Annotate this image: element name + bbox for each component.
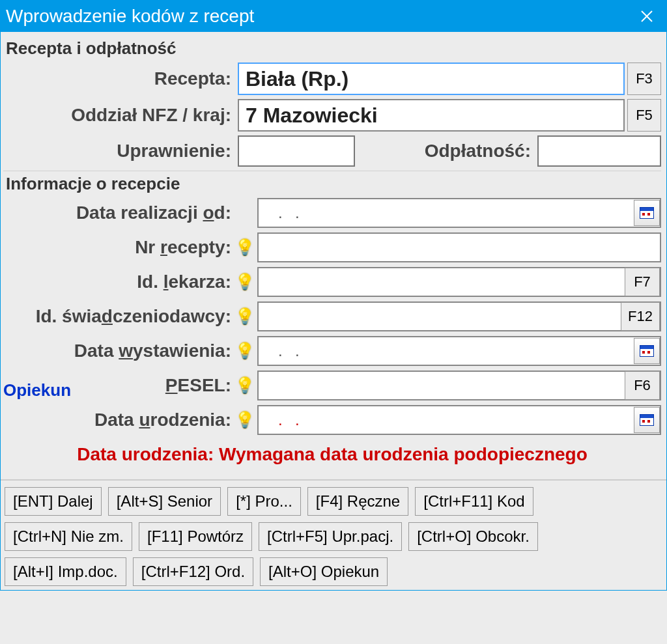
- pesel-input[interactable]: [257, 371, 661, 400]
- data-od-input[interactable]: [257, 198, 661, 228]
- nie-zm-button[interactable]: [Ctrl+N] Nie zm.: [5, 522, 132, 551]
- oddzial-input[interactable]: [238, 99, 625, 132]
- id-swiad-label: Id. świadczeniodawcy:: [3, 306, 238, 327]
- obcokr-button[interactable]: [Ctrl+O] Obcokr.: [408, 522, 538, 551]
- bulb-icon: 💡: [235, 376, 253, 395]
- pesel-f6-button[interactable]: F6: [625, 371, 660, 400]
- window-title: Wprowadzenie kodów z recept: [6, 6, 254, 27]
- data-od-calendar-icon[interactable]: [634, 200, 660, 226]
- kod-button[interactable]: [Ctrl+F11] Kod: [415, 487, 533, 516]
- oddzial-label: Oddział NFZ / kraj:: [3, 105, 238, 126]
- ord-button[interactable]: [Ctrl+F12] Ord.: [133, 557, 253, 586]
- section-recepta-title: Recepta i odpłatność: [6, 38, 661, 59]
- upr-pacj-button[interactable]: [Ctrl+F5] Upr.pacj.: [259, 522, 402, 551]
- data-ur-input[interactable]: [257, 405, 661, 435]
- bulb-icon: 💡: [235, 411, 253, 429]
- opiekun-button[interactable]: [Alt+O] Opiekun: [260, 557, 388, 586]
- bulb-icon: 💡: [235, 307, 253, 326]
- data-wyst-label: Data wystawienia:: [3, 341, 238, 361]
- odplatnosc-label: Odpłatność:: [394, 141, 537, 161]
- error-message: Data urodzenia: Wymagana data urodzenia …: [3, 444, 661, 465]
- odplatnosc-input[interactable]: [537, 135, 661, 167]
- oddzial-f5-button[interactable]: F5: [627, 99, 661, 132]
- section-info-title: Informacje o recepcie: [6, 174, 661, 194]
- recepta-f3-button[interactable]: F3: [627, 63, 661, 95]
- reczne-button[interactable]: [F4] Ręczne: [307, 487, 408, 516]
- data-ur-calendar-icon[interactable]: [634, 407, 660, 433]
- data-wyst-input[interactable]: [257, 336, 661, 366]
- imp-doc-button[interactable]: [Alt+I] Imp.doc.: [5, 557, 126, 586]
- id-lekarza-input[interactable]: [257, 267, 661, 297]
- pro-button[interactable]: [*] Pro...: [227, 487, 301, 516]
- dialog-window: Wprowadzenie kodów z recept Recepta i od…: [0, 0, 667, 591]
- id-lekarza-f7-button[interactable]: F7: [625, 268, 660, 296]
- pesel-label: Opiekun PESEL:: [3, 375, 238, 396]
- recepta-label: Recepta:: [3, 68, 238, 89]
- data-wyst-calendar-icon[interactable]: [634, 338, 660, 364]
- recepta-input[interactable]: [238, 63, 625, 95]
- titlebar: Wprowadzenie kodów z recept: [1, 1, 666, 32]
- bulb-icon: 💡: [235, 342, 253, 360]
- dalej-button[interactable]: [ENT] Dalej: [5, 487, 102, 516]
- uprawnienie-input[interactable]: [238, 135, 355, 167]
- uprawnienie-label: Uprawnienie:: [3, 141, 238, 161]
- bulb-icon: 💡: [235, 238, 253, 257]
- close-icon[interactable]: [627, 1, 666, 32]
- button-bar: [ENT] Dalej [Alt+S] Senior [*] Pro... [F…: [1, 479, 666, 590]
- nr-recepty-input[interactable]: [257, 232, 661, 262]
- id-lekarza-label: Id. lekarza:: [3, 272, 238, 292]
- id-swiad-f12-button[interactable]: F12: [621, 302, 660, 331]
- data-od-label: Data realizacji od:: [3, 203, 238, 223]
- opiekun-link[interactable]: Opiekun: [3, 380, 71, 400]
- data-ur-label: Data urodzenia:: [3, 410, 238, 430]
- senior-button[interactable]: [Alt+S] Senior: [108, 487, 221, 516]
- bulb-icon: 💡: [235, 273, 253, 291]
- id-swiad-input[interactable]: [257, 301, 661, 331]
- nr-recepty-label: Nr recepty:: [3, 237, 238, 258]
- powtorz-button[interactable]: [F11] Powtórz: [139, 522, 252, 551]
